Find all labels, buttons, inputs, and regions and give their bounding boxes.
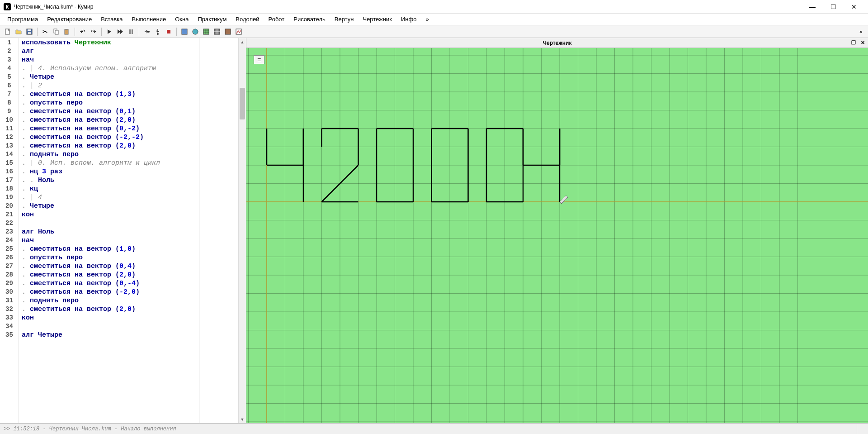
actor-4-button[interactable] (212, 27, 222, 37)
code-line[interactable]: . сместиться на вектор (1,3) (22, 91, 236, 99)
line-number: 7 (0, 91, 19, 99)
scroll-up-icon[interactable]: ▲ (239, 38, 246, 46)
code-line[interactable]: кон (22, 211, 236, 219)
svg-rect-5 (55, 30, 58, 34)
step-into-button[interactable] (153, 27, 163, 37)
scroll-down-icon[interactable]: ▼ (239, 415, 246, 423)
editor-scrollbar[interactable]: ▲ ▼ (238, 38, 246, 423)
toolbar-separator (139, 28, 139, 36)
drawing-maximize-button[interactable]: ❐ (850, 39, 857, 47)
code-line[interactable]: . | 2 (22, 82, 236, 91)
code-line[interactable]: . сместиться на вектор (0,-2) (22, 125, 236, 134)
code-line[interactable]: . Четыре (22, 73, 236, 82)
menu-item[interactable]: Чертежник (359, 14, 396, 24)
menu-item[interactable]: Робот (265, 14, 288, 24)
code-line[interactable] (22, 323, 236, 331)
canvas-menu-button[interactable]: ≡ (254, 55, 264, 64)
stop-button[interactable] (164, 27, 174, 37)
menu-item[interactable]: Практикум (194, 14, 230, 24)
drawing-canvas[interactable]: ≡ (246, 48, 868, 423)
code-line[interactable]: . сместиться на вектор (2,0) (22, 271, 236, 280)
line-number: 3 (0, 56, 19, 65)
line-number: 12 (0, 134, 19, 142)
menu-item[interactable]: Выполнение (128, 14, 170, 24)
line-number: 19 (0, 194, 19, 202)
code-line[interactable]: . сместиться на вектор (-2,0) (22, 288, 236, 297)
redo-button[interactable]: ↷ (89, 27, 99, 37)
code-line[interactable]: . | 4 (22, 194, 236, 202)
save-file-button[interactable] (24, 27, 34, 37)
copy-button[interactable] (51, 27, 61, 37)
menu-item[interactable]: Редактирование (43, 14, 95, 24)
actor-2-button[interactable] (190, 27, 200, 37)
menu-item[interactable]: Программа (4, 14, 42, 24)
svg-rect-9 (132, 29, 133, 34)
code-line[interactable]: . . Ноль (22, 176, 236, 185)
cut-button[interactable]: ✂ (40, 27, 50, 37)
new-file-button[interactable] (3, 27, 13, 37)
code-line[interactable]: алг (22, 48, 236, 56)
maximize-button[interactable]: ☐ (823, 0, 844, 14)
toolbar-separator (37, 28, 38, 36)
minimize-button[interactable]: — (802, 0, 823, 14)
code-line[interactable]: . опустить перо (22, 254, 236, 262)
menu-item[interactable]: » (422, 14, 432, 24)
code-line[interactable]: . сместиться на вектор (2,0) (22, 116, 236, 125)
actor-6-button[interactable] (234, 27, 244, 37)
code-line[interactable]: нач (22, 237, 236, 245)
code-line[interactable]: . сместиться на вектор (2,0) (22, 305, 236, 314)
code-line[interactable]: . нц 3 раз (22, 168, 236, 176)
run-button[interactable] (104, 27, 114, 37)
code-line[interactable]: . сместиться на вектор (0,4) (22, 262, 236, 271)
drawing-close-button[interactable]: ✕ (859, 39, 866, 47)
line-number: 6 (0, 82, 19, 91)
code-line[interactable]: . Четыре (22, 202, 236, 211)
code-line[interactable]: . поднять перо (22, 297, 236, 305)
code-line[interactable]: . поднять перо (22, 151, 236, 159)
paste-button[interactable] (62, 27, 72, 37)
scroll-thumb[interactable] (240, 88, 245, 119)
toolbar-separator (75, 28, 75, 36)
menu-item[interactable]: Водолей (232, 14, 263, 24)
line-number: 21 (0, 211, 19, 219)
code-line[interactable] (22, 219, 236, 228)
menu-item[interactable]: Окна (171, 14, 192, 24)
menu-item[interactable]: Вставка (97, 14, 126, 24)
code-line[interactable]: . сместиться на вектор (1,0) (22, 245, 236, 254)
actor-3-button[interactable] (201, 27, 211, 37)
code-line[interactable]: . сместиться на вектор (0,1) (22, 108, 236, 116)
code-line[interactable]: . сместиться на вектор (0,-4) (22, 280, 236, 288)
undo-button[interactable]: ↶ (78, 27, 88, 37)
code-line[interactable]: . | 0. Исп. вспом. алгоритм и цикл (22, 159, 236, 168)
line-number: 22 (0, 219, 19, 228)
menu-item[interactable]: Рисователь (290, 14, 329, 24)
step-button[interactable] (142, 27, 152, 37)
code-editor[interactable]: использовать Чертежникалгнач. | 4. Испол… (19, 38, 238, 423)
svg-rect-2 (28, 29, 31, 31)
code-line[interactable]: . кц (22, 185, 236, 194)
code-line[interactable]: . сместиться на вектор (-2,-2) (22, 134, 236, 142)
code-line[interactable]: . опустить перо (22, 99, 236, 108)
close-button[interactable]: ✕ (844, 0, 864, 14)
toolbar-expand-button[interactable]: » (857, 28, 865, 35)
code-line[interactable]: . сместиться на вектор (2,0) (22, 142, 236, 151)
code-line[interactable]: алг Ноль (22, 228, 236, 237)
code-line[interactable]: . | 4. Используем вспом. алгоритм (22, 65, 236, 73)
titlebar: К Чертежник_Числа.kum* - Кумир — ☐ ✕ (0, 0, 868, 14)
actor-1-button[interactable] (179, 27, 189, 37)
code-line[interactable]: использовать Чертежник (22, 39, 236, 48)
line-number: 34 (0, 323, 19, 331)
open-file-button[interactable] (14, 27, 24, 37)
line-number: 35 (0, 331, 19, 340)
code-line[interactable]: нач (22, 56, 236, 65)
line-number: 33 (0, 314, 19, 323)
code-line[interactable]: кон (22, 314, 236, 323)
menu-item[interactable]: Инфо (397, 14, 420, 24)
menu-item[interactable]: Вертун (331, 14, 358, 24)
status-scrollbar[interactable] (857, 424, 864, 434)
actor-5-button[interactable] (223, 27, 233, 37)
line-number: 23 (0, 228, 19, 237)
pause-button[interactable] (126, 27, 136, 37)
code-line[interactable]: алг Четыре (22, 331, 236, 340)
run-fast-button[interactable] (115, 27, 125, 37)
